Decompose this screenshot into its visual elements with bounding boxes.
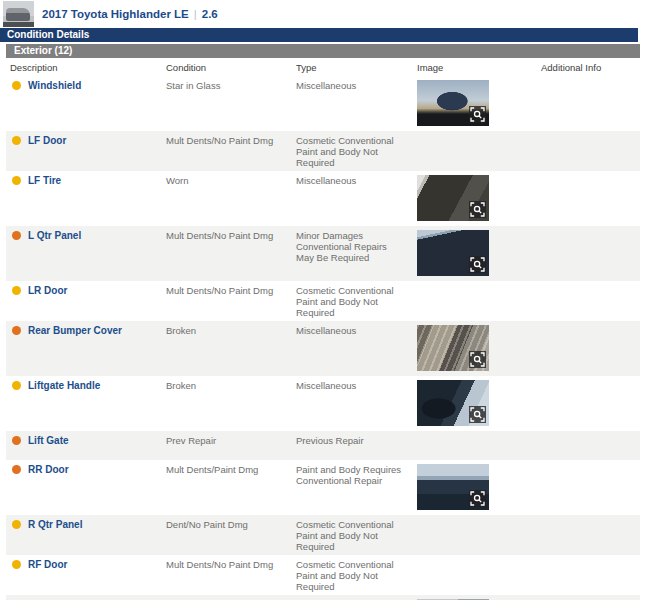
- image-cell: [417, 80, 541, 128]
- table-body: WindshieldStar in GlassMiscellaneousLF D…: [6, 76, 640, 600]
- column-header-condition: Condition: [166, 62, 296, 73]
- table-row: RF DoorMult Dents/No Paint DmgCosmetic C…: [6, 555, 640, 595]
- damage-item-link[interactable]: L Qtr Panel: [28, 230, 81, 241]
- damage-item-link[interactable]: LF Door: [28, 135, 66, 146]
- damage-item-link[interactable]: RF Door: [28, 559, 67, 570]
- type-cell: Cosmetic Conventional Paint and Body Not…: [296, 559, 417, 592]
- table-row: LF DoorMult Dents/No Paint DmgCosmetic C…: [6, 131, 640, 171]
- image-cell: [417, 559, 541, 592]
- zoom-expand-icon[interactable]: [469, 490, 486, 507]
- severity-dot-yellow: [12, 286, 21, 295]
- type-cell: Previous Repair: [296, 435, 417, 457]
- additional-info-cell: [541, 380, 640, 428]
- table-row: RR DoorMult Dents/Paint DmgPaint and Bod…: [6, 460, 640, 515]
- table-row: R Qtr PanelDent/No Paint DmgCosmetic Con…: [6, 515, 640, 555]
- vehicle-title-link[interactable]: 2017 Toyota Highlander LE: [42, 8, 189, 20]
- additional-info-cell: [541, 464, 640, 512]
- type-cell: Minor Damages Conventional Repairs May B…: [296, 230, 417, 278]
- table-row: Lift GatePrev RepairPrevious Repair: [6, 431, 640, 460]
- additional-info-cell: [541, 285, 640, 318]
- condition-cell: Dent/No Paint Dmg: [166, 519, 296, 552]
- type-cell: Cosmetic Conventional Paint and Body Not…: [296, 285, 417, 318]
- windshield-photo-thumbnail[interactable]: [417, 80, 489, 126]
- title-separator: |: [194, 8, 197, 20]
- severity-dot-yellow: [12, 136, 21, 145]
- additional-info-cell: [541, 175, 640, 223]
- image-cell: [417, 135, 541, 168]
- type-cell: Cosmetic Conventional Paint and Body Not…: [296, 135, 417, 168]
- type-cell: Cosmetic Conventional Paint and Body Not…: [296, 519, 417, 552]
- severity-dot-orange: [12, 465, 21, 474]
- condition-cell: Mult Dents/No Paint Dmg: [166, 135, 296, 168]
- table-header-row: Description Condition Type Image Additio…: [6, 58, 640, 76]
- damage-item-link[interactable]: LF Tire: [28, 175, 61, 186]
- additional-info-cell: [541, 80, 640, 128]
- image-cell: [417, 464, 541, 512]
- image-cell: [417, 435, 541, 457]
- severity-dot-orange: [12, 326, 21, 335]
- condition-cell: Mult Dents/Paint Dmg: [166, 464, 296, 512]
- type-cell: Miscellaneous: [296, 175, 417, 223]
- column-header-type: Type: [296, 62, 417, 73]
- severity-dot-yellow: [12, 560, 21, 569]
- type-cell: Miscellaneous: [296, 80, 417, 128]
- image-cell: [417, 175, 541, 223]
- damage-item-link[interactable]: Rear Bumper Cover: [28, 325, 122, 336]
- additional-info-cell: [541, 519, 640, 552]
- additional-info-cell: [541, 230, 640, 278]
- type-cell: Miscellaneous: [296, 380, 417, 428]
- vehicle-header: 2017 Toyota Highlander LE | 2.6: [0, 0, 645, 28]
- quarter-panel-photo-thumbnail[interactable]: [417, 230, 489, 276]
- table-row: Liftgate HandleBrokenMiscellaneous: [6, 376, 640, 431]
- table-row: Rear Bumper CoverBrokenMiscellaneous: [6, 321, 640, 376]
- zoom-expand-icon[interactable]: [469, 256, 486, 273]
- condition-cell: Broken: [166, 325, 296, 373]
- additional-info-cell: [541, 325, 640, 373]
- condition-cell: Star in Glass: [166, 80, 296, 128]
- severity-dot-orange: [12, 436, 21, 445]
- column-header-additional-info: Additional Info: [541, 62, 640, 73]
- condition-cell: Broken: [166, 380, 296, 428]
- rear-bumper-photo-thumbnail[interactable]: [417, 325, 489, 371]
- table-row: LF TireWornMiscellaneous: [6, 171, 640, 226]
- type-cell: Paint and Body Requires Conventional Rep…: [296, 464, 417, 512]
- severity-dot-orange: [12, 231, 21, 240]
- image-cell: [417, 285, 541, 318]
- image-cell: [417, 519, 541, 552]
- damage-item-link[interactable]: RR Door: [28, 464, 69, 475]
- damage-item-link[interactable]: Liftgate Handle: [28, 380, 100, 391]
- severity-dot-yellow: [12, 381, 21, 390]
- rr-door-photo-thumbnail[interactable]: [417, 464, 489, 510]
- condition-details-bar: Condition Details: [0, 28, 638, 42]
- column-header-image: Image: [417, 62, 541, 73]
- additional-info-cell: [541, 135, 640, 168]
- table-row: WindshieldStar in GlassMiscellaneous: [6, 76, 640, 131]
- zoom-expand-icon[interactable]: [469, 406, 486, 423]
- severity-dot-yellow: [12, 520, 21, 529]
- damage-item-link[interactable]: R Qtr Panel: [28, 519, 82, 530]
- column-header-description: Description: [6, 62, 166, 73]
- type-cell: Miscellaneous: [296, 325, 417, 373]
- zoom-expand-icon[interactable]: [469, 106, 486, 123]
- table-row: L Qtr PanelMult Dents/No Paint DmgMinor …: [6, 226, 640, 281]
- condition-cell: Mult Dents/No Paint Dmg: [166, 230, 296, 278]
- additional-info-cell: [541, 559, 640, 592]
- condition-cell: Worn: [166, 175, 296, 223]
- additional-info-cell: [541, 435, 640, 457]
- zoom-expand-icon[interactable]: [469, 201, 486, 218]
- liftgate-photo-thumbnail[interactable]: [417, 380, 489, 426]
- exterior-group-bar: Exterior (12): [6, 44, 640, 58]
- condition-cell: Mult Dents/No Paint Dmg: [166, 559, 296, 592]
- condition-table: Description Condition Type Image Additio…: [6, 58, 640, 600]
- tire-tread-photo-thumbnail[interactable]: [417, 175, 489, 221]
- damage-item-link[interactable]: Lift Gate: [28, 435, 69, 446]
- condition-cell: Prev Repair: [166, 435, 296, 457]
- table-row: LR DoorMult Dents/No Paint DmgCosmetic C…: [6, 281, 640, 321]
- damage-item-link[interactable]: LR Door: [28, 285, 67, 296]
- vehicle-photo-thumbnail[interactable]: [3, 1, 34, 27]
- zoom-expand-icon[interactable]: [469, 351, 486, 368]
- damage-item-link[interactable]: Windshield: [28, 80, 81, 91]
- image-cell: [417, 230, 541, 278]
- vehicle-grade-link[interactable]: 2.6: [202, 8, 218, 20]
- severity-dot-yellow: [12, 176, 21, 185]
